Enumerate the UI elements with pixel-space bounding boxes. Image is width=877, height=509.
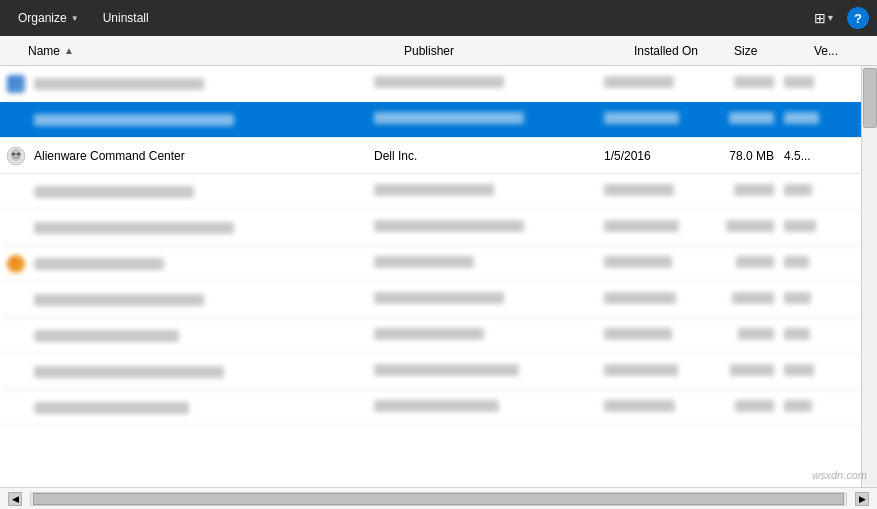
scrollbar-thumb[interactable] — [863, 68, 877, 128]
app-icon — [4, 324, 28, 348]
row-publisher-cell — [374, 400, 604, 415]
row-installed-cell — [604, 400, 704, 415]
alienware-installed-on: 1/5/2016 — [604, 149, 651, 163]
row-version-cell — [784, 256, 873, 271]
row-size-cell — [704, 292, 784, 307]
blurred-size — [729, 112, 774, 124]
row-installed-cell — [604, 292, 704, 307]
row-name-cell — [4, 252, 374, 276]
blurred-publisher — [374, 76, 504, 88]
list-item[interactable] — [0, 390, 877, 426]
row-publisher-cell — [374, 112, 604, 127]
blurred-date — [604, 112, 679, 124]
alienware-icon-svg — [6, 146, 26, 166]
row-size-cell — [704, 184, 784, 199]
app-icon — [4, 108, 28, 132]
help-button[interactable]: ? — [847, 7, 869, 29]
row-publisher-cell — [374, 364, 604, 379]
column-version[interactable]: Ve... — [814, 44, 873, 58]
toolbar-right-controls: ⊞ ▼ ? — [810, 6, 869, 30]
row-installed-cell: 1/5/2016 — [604, 149, 704, 163]
row-name-cell — [4, 324, 374, 348]
row-publisher-cell — [374, 328, 604, 343]
help-label: ? — [854, 11, 862, 26]
alienware-version: 4.5... — [784, 149, 811, 163]
app-icon — [4, 252, 28, 276]
column-name[interactable]: Name ▲ — [4, 44, 404, 58]
uninstall-button[interactable]: Uninstall — [93, 7, 159, 29]
scroll-left-button[interactable]: ◀ — [8, 492, 22, 506]
row-version-cell — [784, 112, 873, 127]
list-item[interactable] — [0, 282, 877, 318]
row-publisher-cell — [374, 292, 604, 307]
column-publisher[interactable]: Publisher — [404, 44, 634, 58]
app-icon — [4, 180, 28, 204]
list-item[interactable] — [0, 246, 877, 282]
list-item[interactable] — [0, 174, 877, 210]
blurred-version — [784, 112, 819, 124]
alienware-publisher: Dell Inc. — [374, 149, 417, 163]
blurred-size — [734, 76, 774, 88]
row-size-cell: 78.0 MB — [704, 149, 784, 163]
blurred-publisher — [374, 112, 524, 124]
alienware-row[interactable]: Alienware Command Center Dell Inc. 1/5/2… — [0, 138, 877, 174]
row-installed-cell — [604, 364, 704, 379]
toolbar: Organize ▼ Uninstall ⊞ ▼ ? — [0, 0, 877, 36]
row-name-cell — [4, 360, 374, 384]
row-size-cell — [704, 76, 784, 91]
sort-arrow-name: ▲ — [64, 45, 74, 56]
program-list: Alienware Command Center Dell Inc. 1/5/2… — [0, 66, 877, 487]
row-version-cell — [784, 76, 873, 91]
column-size[interactable]: Size — [734, 44, 814, 58]
alienware-name: Alienware Command Center — [34, 149, 185, 163]
row-publisher-cell — [374, 220, 604, 235]
row-name-cell — [4, 216, 374, 240]
blurred-name — [34, 114, 234, 126]
app-icon — [4, 396, 28, 420]
row-version-cell — [784, 184, 873, 199]
row-size-cell — [704, 256, 784, 271]
row-publisher-cell: Dell Inc. — [374, 149, 604, 163]
row-version-cell — [784, 220, 873, 235]
row-name-cell — [4, 108, 374, 132]
app-icon — [4, 72, 28, 96]
row-version-cell: 4.5... — [784, 149, 873, 163]
view-dropdown-arrow: ▼ — [826, 13, 835, 23]
organize-button[interactable]: Organize ▼ — [8, 7, 89, 29]
row-size-cell — [704, 328, 784, 343]
row-size-cell — [704, 112, 784, 127]
svg-point-3 — [17, 152, 21, 155]
row-installed-cell — [604, 220, 704, 235]
vertical-scrollbar[interactable] — [861, 66, 877, 487]
uninstall-label: Uninstall — [103, 11, 149, 25]
alienware-icon — [4, 144, 28, 168]
view-options-button[interactable]: ⊞ ▼ — [810, 6, 839, 30]
row-name-cell — [4, 288, 374, 312]
horizontal-scrollbar[interactable] — [30, 492, 847, 506]
list-item[interactable] — [0, 66, 877, 102]
list-item-selected[interactable] — [0, 102, 877, 138]
blurred-version — [784, 76, 814, 88]
horizontal-scrollbar-thumb[interactable] — [33, 493, 844, 505]
row-publisher-cell — [374, 184, 604, 199]
list-item[interactable] — [0, 210, 877, 246]
organize-label: Organize — [18, 11, 67, 25]
status-bar: ◀ ▶ — [0, 487, 877, 509]
organize-dropdown-arrow: ▼ — [71, 14, 79, 23]
column-header-row: Name ▲ Publisher Installed On Size Ve... — [0, 36, 877, 66]
app-icon — [4, 216, 28, 240]
scroll-right-button[interactable]: ▶ — [855, 492, 869, 506]
row-version-cell — [784, 364, 873, 379]
column-installed-on[interactable]: Installed On — [634, 44, 734, 58]
row-name-cell — [4, 72, 374, 96]
row-installed-cell — [604, 328, 704, 343]
row-size-cell — [704, 364, 784, 379]
alienware-size: 78.0 MB — [729, 149, 774, 163]
app-icon — [4, 360, 28, 384]
row-publisher-cell — [374, 256, 604, 271]
list-item[interactable] — [0, 354, 877, 390]
watermark: wsxdn.com — [812, 469, 867, 481]
list-item[interactable] — [0, 318, 877, 354]
row-version-cell — [784, 292, 873, 307]
row-size-cell — [704, 400, 784, 415]
